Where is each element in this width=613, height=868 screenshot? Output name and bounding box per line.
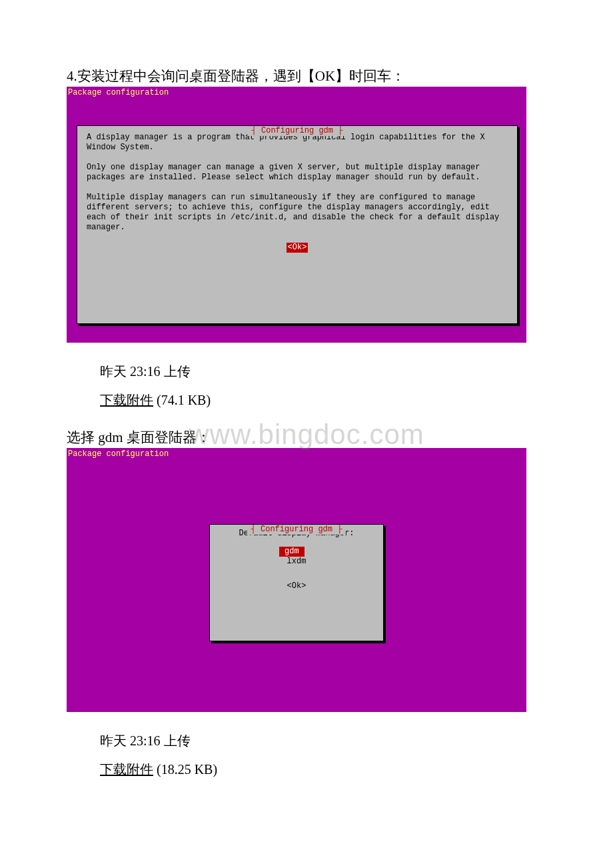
terminal-screenshot-1: Package configuration ┤ Configuring gdm … (67, 87, 526, 343)
step-heading: 4.安装过程中会询问桌面登陆器，遇到【OK】时回车： (67, 67, 546, 85)
dialog-title-2: ┤ Configuring gdm ├ (247, 525, 346, 535)
download-size-2: (18.25 KB) (153, 762, 217, 777)
attachment-meta-1: 昨天 23:16 上传 下载附件 (74.1 KB) (67, 363, 546, 409)
ok-button-2[interactable]: <Ok> (286, 581, 308, 591)
upload-time-2: 昨天 23:16 上传 (100, 732, 546, 750)
download-link-1[interactable]: 下载附件 (100, 393, 153, 407)
dialog-paragraph-2: Only one display manager can manage a gi… (87, 163, 508, 183)
attachment-meta-2: 昨天 23:16 上传 下载附件 (18.25 KB) (67, 732, 546, 779)
terminal-screenshot-2: Package configuration ┤ Configuring gdm … (67, 448, 526, 712)
dm-option-list: gdm lxdm (213, 547, 380, 567)
package-config-label-2: Package configuration (67, 448, 526, 459)
download-size-1: (74.1 KB) (153, 393, 211, 407)
ok-button[interactable]: <Ok> (287, 243, 308, 253)
package-config-label: Package configuration (67, 87, 526, 98)
select-dialog: ┤ Configuring gdm ├ Default display mana… (209, 524, 384, 641)
option-gdm[interactable]: gdm (279, 547, 305, 557)
dialog-body: A display manager is a program that prov… (84, 126, 510, 253)
config-dialog: ┤ Configuring gdm ├ A display manager is… (77, 125, 518, 324)
option-lxdm[interactable]: lxdm (282, 557, 312, 567)
dialog-paragraph-3: Multiple display managers can run simult… (87, 193, 508, 233)
download-link-2[interactable]: 下载附件 (100, 762, 153, 777)
select-gdm-heading: 选择 gdm 桌面登陆器： (67, 428, 546, 447)
upload-time-1: 昨天 23:16 上传 (100, 363, 546, 381)
dialog-title: ┤ Configuring gdm ├ (248, 126, 347, 136)
